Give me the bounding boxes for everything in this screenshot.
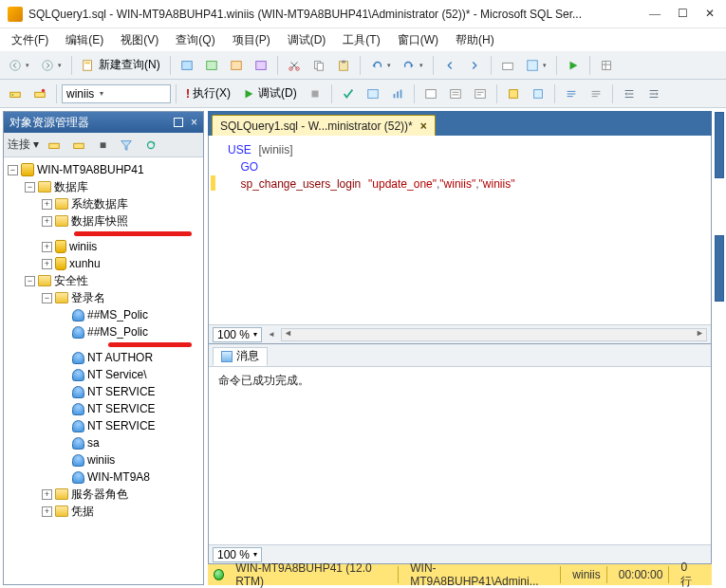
menu-help[interactable]: 帮助(H)	[448, 30, 502, 50]
folder-icon	[55, 505, 68, 517]
outdent-button[interactable]	[642, 83, 665, 104]
tb-btn-3[interactable]	[225, 55, 248, 76]
maximize-button[interactable]: ☐	[678, 7, 688, 21]
close-button[interactable]: ✕	[705, 7, 715, 21]
tree-login-item[interactable]: WIN-MT9A8	[59, 469, 201, 486]
tb-btn-a[interactable]	[496, 55, 519, 76]
collapsed-panel-1[interactable]	[715, 112, 724, 178]
tb-btn-4[interactable]	[250, 55, 272, 76]
messages-body[interactable]: 命令已成功完成。	[209, 367, 711, 544]
database-combo[interactable]: winiis ▾	[62, 84, 171, 103]
editor-hscroll[interactable]	[281, 328, 707, 341]
menu-debug[interactable]: 调试(D)	[280, 30, 334, 50]
tree-credentials[interactable]: +凭据	[42, 503, 201, 520]
tree-db-snapshots[interactable]: +数据库快照	[42, 212, 201, 230]
copy-button[interactable]	[307, 55, 330, 76]
undo-button[interactable]: ▾	[365, 55, 396, 76]
menu-file[interactable]: 文件(F)	[4, 30, 56, 50]
stop-button[interactable]	[304, 83, 326, 104]
tb-btn-2[interactable]	[200, 55, 223, 76]
results-zoom-select[interactable]: 100 %▾	[213, 547, 262, 562]
sql-editor[interactable]: USE [winiis] GO sp_change_users_login "u…	[209, 136, 711, 324]
change-connection-button[interactable]	[28, 83, 51, 104]
tb-btn-b[interactable]: ▾	[521, 55, 551, 76]
back-button[interactable]: ▾	[4, 55, 34, 76]
run-fast-icon[interactable]	[562, 55, 585, 76]
tree-login-item[interactable]: sa	[59, 434, 201, 451]
tree-db-winiis[interactable]: +winiis	[42, 238, 201, 255]
tree-db-xunhu[interactable]: +xunhu	[42, 255, 201, 272]
oe-btn-1[interactable]	[43, 135, 65, 156]
splitter-icon[interactable]: ◄	[268, 330, 275, 339]
plan-button[interactable]	[362, 83, 384, 104]
new-query-label: 新建查询(N)	[99, 57, 160, 73]
editor-zoom-select[interactable]: 100 %▾	[213, 327, 262, 342]
svg-rect-28	[475, 89, 485, 98]
oe-filter-button[interactable]	[115, 135, 138, 156]
oe-btn-3[interactable]: ■	[92, 135, 113, 156]
stats-button[interactable]	[386, 83, 409, 104]
paste-button[interactable]	[332, 55, 355, 76]
tree-server-node[interactable]: −WIN-MT9A8BUHP41	[8, 161, 201, 178]
tree-login-item[interactable]: ##MS_Polic	[59, 323, 201, 340]
svg-point-1	[43, 60, 53, 70]
menu-view[interactable]: 视图(V)	[113, 30, 166, 50]
svg-point-18	[12, 94, 14, 96]
execute-button[interactable]: ! 执行(X)	[181, 83, 235, 104]
collapsed-panel-2[interactable]	[715, 235, 724, 302]
tree-login-item[interactable]: NT AUTHOR	[59, 349, 201, 366]
tree-databases[interactable]: −数据库	[25, 178, 201, 195]
nav-right-button[interactable]	[463, 55, 486, 76]
tree-login-item[interactable]: winiis	[59, 451, 201, 469]
svg-rect-3	[85, 62, 90, 64]
menu-window[interactable]: 窗口(W)	[390, 30, 446, 50]
folder-icon	[38, 181, 51, 193]
menu-edit[interactable]: 编辑(E)	[58, 30, 111, 50]
tree-logins[interactable]: −登录名	[42, 289, 201, 306]
tb2-btn-e[interactable]	[527, 83, 549, 104]
document-tab-strip: SQLQuery1.sql - W...ministrator (52))* ×	[208, 111, 712, 136]
tb-btn-1[interactable]	[176, 55, 198, 76]
oe-btn-2[interactable]	[67, 135, 90, 156]
tree-login-item[interactable]: ##MS_Polic	[59, 306, 201, 323]
tree-login-item[interactable]: NT SERVICE	[59, 417, 201, 434]
new-query-button[interactable]: 新建查询(N)	[77, 55, 165, 76]
user-icon	[72, 420, 84, 432]
debug-button[interactable]: 调试(D)	[237, 83, 302, 104]
tb2-btn-d[interactable]	[502, 83, 525, 104]
connect-button[interactable]	[4, 83, 27, 104]
oe-refresh-button[interactable]	[140, 135, 162, 156]
user-icon	[72, 403, 84, 415]
nav-left-button[interactable]	[438, 55, 461, 76]
connect-dropdown[interactable]: 连接 ▾	[8, 137, 39, 153]
svg-rect-4	[181, 61, 192, 69]
tab-close-button[interactable]: ×	[420, 119, 427, 133]
tree-login-item[interactable]: NT SERVICE	[59, 400, 201, 417]
tb2-btn-b[interactable]	[444, 83, 467, 104]
tb2-btn-c[interactable]	[469, 83, 492, 104]
tb-btn-c[interactable]	[595, 55, 618, 76]
comment-button[interactable]	[560, 83, 583, 104]
redo-button[interactable]: ▾	[398, 55, 428, 76]
database-combo-value: winiis	[66, 87, 94, 101]
indent-button[interactable]	[618, 83, 641, 104]
tree-sys-db[interactable]: +系统数据库	[42, 195, 201, 212]
tree-server-roles[interactable]: +服务器角色	[42, 486, 201, 503]
minimize-button[interactable]: —	[649, 7, 661, 21]
tree-login-item[interactable]: NT SERVICE	[59, 383, 201, 400]
tb2-btn-a[interactable]	[419, 83, 442, 104]
parse-button[interactable]	[337, 83, 360, 104]
cut-button[interactable]	[283, 55, 306, 76]
tree-login-item[interactable]: NT Service\	[59, 366, 201, 383]
tree-security[interactable]: −安全性	[25, 272, 201, 289]
menu-project[interactable]: 项目(P)	[225, 30, 278, 50]
menu-tools[interactable]: 工具(T)	[335, 30, 387, 50]
panel-close-button[interactable]: ×	[191, 116, 197, 129]
pin-icon[interactable]	[174, 118, 183, 127]
uncomment-button[interactable]	[585, 83, 607, 104]
messages-tab[interactable]: 消息	[213, 347, 268, 366]
forward-button[interactable]: ▾	[36, 55, 66, 76]
document-tab[interactable]: SQLQuery1.sql - W...ministrator (52))* ×	[212, 115, 436, 136]
menu-query[interactable]: 查询(Q)	[168, 30, 222, 50]
object-explorer-tree[interactable]: −WIN-MT9A8BUHP41 −数据库 +系统数据库 +数据库快照 +win…	[4, 157, 203, 584]
